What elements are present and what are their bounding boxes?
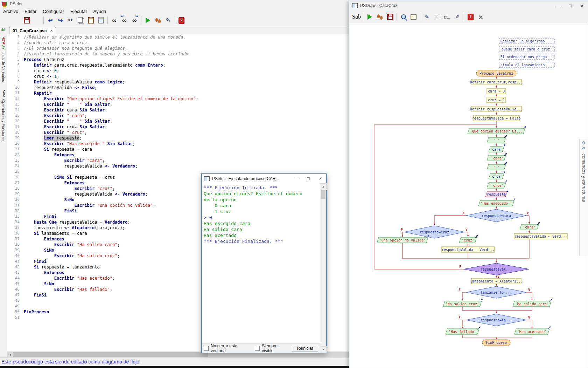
- redo-icon[interactable]: [55, 16, 65, 25]
- commands-side-tab[interactable]: ◇ ▱ comandos y estructuras: [579, 139, 588, 256]
- menu-ejecutar[interactable]: Ejecutar: [67, 8, 90, 15]
- flowchart-node-loop[interactable]: respuestaVal...: [463, 263, 529, 275]
- flowchart-node-dec[interactable]: respuesta=cara: [466, 209, 526, 222]
- paste-icon[interactable]: [86, 16, 96, 25]
- scrollbar-thumb[interactable]: [321, 190, 326, 199]
- flowchart-node-rect[interactable]: cara ← 0: [487, 88, 506, 94]
- code-line[interactable]: 7 cara <- 0;: [7, 68, 349, 74]
- flowchart-node-rect[interactable]: Definir respuestaValid...: [470, 106, 523, 112]
- menu-ayuda[interactable]: Ayuda: [90, 8, 110, 15]
- scroll-up-icon[interactable]: ▲: [320, 183, 327, 190]
- fit-icon[interactable]: [408, 12, 419, 22]
- maximize-button[interactable]: □: [564, 0, 576, 11]
- code-line[interactable]: 8 cruz <- 1;: [7, 74, 349, 79]
- flowchart-node-rect[interactable]: Definir cara,cruz,resp...: [470, 79, 523, 85]
- dash-icon[interactable]: [432, 12, 442, 22]
- format-icon[interactable]: [96, 16, 106, 25]
- menu-archivo[interactable]: Archivo: [0, 8, 21, 15]
- code-line[interactable]: 24 respuestaValida <- Verdadero;: [7, 163, 349, 169]
- execution-scrollbar[interactable]: ▲ ▼: [320, 183, 326, 353]
- code-line[interactable]: 14 Escribir cara Sin Saltar;: [7, 107, 349, 113]
- flowchart-node-rect[interactable]: respuestaValida ← Verd...: [441, 247, 495, 252]
- step-icon[interactable]: [375, 12, 385, 22]
- save-icon[interactable]: [22, 16, 32, 25]
- code-line[interactable]: 22 Entonces: [7, 152, 349, 158]
- menu-configurar[interactable]: Configurar: [40, 8, 67, 15]
- execution-output[interactable]: *** Ejecución Iniciada. ***Que opcion el…: [202, 183, 320, 343]
- undo-icon[interactable]: [45, 16, 55, 25]
- sidebar-tab-operadores-y-funciones[interactable]: Operadores y Funciones: [0, 99, 7, 141]
- copy-icon[interactable]: [76, 16, 86, 25]
- help-icon[interactable]: [176, 16, 187, 25]
- main-titlebar[interactable]: PSeInt: [0, 0, 349, 8]
- flowchart-node-rect[interactable]: cruz ← 1: [487, 97, 506, 103]
- code-line[interactable]: 16 Escribir " " Sin Saltar;: [7, 118, 349, 124]
- zoom-icon[interactable]: [398, 12, 408, 22]
- code-line[interactable]: 4//simula el lanzamiento de la moneda y …: [7, 51, 349, 57]
- always-visible-checkbox[interactable]: [255, 346, 260, 351]
- close-button[interactable]: ×: [314, 174, 326, 183]
- flowchart-node-outp[interactable]: ' ': [487, 162, 507, 170]
- code-line[interactable]: 10 respuestaValida <- Falso;: [7, 85, 349, 90]
- close-x-icon[interactable]: [476, 12, 486, 22]
- flowchart-node-rect[interactable]: respuestaValida ← Falso: [472, 115, 520, 121]
- minimize-button[interactable]: —: [552, 0, 564, 11]
- maximize-button[interactable]: □: [302, 174, 314, 183]
- scroll-down-icon[interactable]: ▼: [320, 346, 327, 353]
- flowchart-node-dec[interactable]: lanzamiento=...: [466, 286, 526, 298]
- find-prev-icon[interactable]: [119, 16, 130, 25]
- code-line[interactable]: 12 Escribir "Que opcion eliges? Escribe …: [7, 96, 349, 102]
- code-line[interactable]: 13 Escribir " " Sin Saltar;: [7, 102, 349, 107]
- code-line[interactable]: 20 Escribir "Has escogido " Sin Saltar;: [7, 141, 349, 146]
- code-line[interactable]: 1//Realizar un algoritmo que simule el l…: [7, 34, 349, 40]
- hscroll-thumb[interactable]: [13, 352, 208, 357]
- code-line[interactable]: 21 Si respuesta = cara: [7, 146, 349, 152]
- code-line[interactable]: 5Proceso CaraCruz: [7, 57, 349, 62]
- flowchart-node-outp[interactable]: 'Ha salido cara': [513, 299, 552, 307]
- close-button[interactable]: ×: [576, 0, 588, 11]
- flowchart-node-rect[interactable]: respuestaValida ← Verd...: [514, 233, 567, 239]
- find-next-icon[interactable]: [130, 16, 140, 25]
- flowchart-node-outp[interactable]: 'Que opcion eliges? Es...: [468, 126, 526, 134]
- flowchart-node-outp[interactable]: cruz: [489, 171, 505, 179]
- flowchart-node-oval[interactable]: Proceso CaraCruz: [476, 70, 516, 76]
- save-all-icon[interactable]: [32, 16, 42, 25]
- flowchart-node-dec[interactable]: respuesta=cruz: [404, 226, 464, 238]
- flowchart-node-outp[interactable]: 'cara': [520, 222, 540, 230]
- save-icon[interactable]: [385, 12, 395, 22]
- flowchart-node-outp[interactable]: 'Has acertado': [514, 327, 551, 334]
- help-icon[interactable]: [465, 12, 476, 22]
- code-line[interactable]: 17 Escribir cruz Sin Saltar;: [7, 124, 349, 130]
- psdraw-titlebar[interactable]: PSDraw - CaraCruz — □ ×: [349, 0, 588, 11]
- code-line[interactable]: 23 Escribir "cara";: [7, 158, 349, 163]
- flowchart-node-outp[interactable]: 'Has escogido ': [478, 198, 515, 206]
- minimize-button[interactable]: —: [290, 174, 302, 183]
- code-line[interactable]: 2//puede salir cara o cruz.: [7, 40, 349, 46]
- code-line[interactable]: 6 Definir cara,cruz,respuesta,lanzamient…: [7, 62, 349, 68]
- flowchart-node-inp[interactable]: respuesta: [485, 189, 509, 197]
- flowchart-node-outp[interactable]: ' ': [487, 135, 507, 143]
- flowchart-node-outp[interactable]: 'Ha salido cruz': [443, 299, 483, 307]
- flowchart-node-dec[interactable]: respuesta=la...: [466, 314, 526, 326]
- open-file-icon[interactable]: [12, 16, 22, 25]
- flowchart-node-outp[interactable]: cara: [489, 144, 505, 152]
- flowchart-node-rect[interactable]: lanzamiento ← Aleatori...: [470, 278, 523, 284]
- no-close-checkbox[interactable]: [204, 346, 209, 351]
- tab-close-icon[interactable]: ×: [50, 28, 52, 33]
- flowchart-node-outp[interactable]: ' cruz': [487, 180, 507, 188]
- flowchart-node-outp[interactable]: 'Has fallado': [446, 327, 480, 334]
- flowchart-node-outp[interactable]: ' cara': [487, 153, 507, 161]
- run-icon[interactable]: [365, 12, 375, 22]
- step-icon[interactable]: [153, 16, 163, 25]
- code-line[interactable]: 9 Definir respuestaValida como Logico;: [7, 79, 349, 85]
- flowchart-node-outp[interactable]: 'cruz': [459, 235, 478, 243]
- text-icon[interactable]: [442, 12, 452, 22]
- flowchart-node-outp[interactable]: 'una opción no válida': [377, 235, 429, 243]
- sub-icon[interactable]: [351, 12, 362, 22]
- scroll-left-icon[interactable]: ◄: [7, 352, 13, 357]
- new-file-icon[interactable]: [1, 16, 12, 25]
- pen2-icon[interactable]: [452, 12, 462, 22]
- flowchart-node-comment[interactable]: El ordenador nos pregu...: [499, 54, 554, 60]
- code-line[interactable]: 11 Repetir: [7, 90, 349, 96]
- tab-caracruz[interactable]: 01_CaraCruz.psc ×: [9, 27, 56, 35]
